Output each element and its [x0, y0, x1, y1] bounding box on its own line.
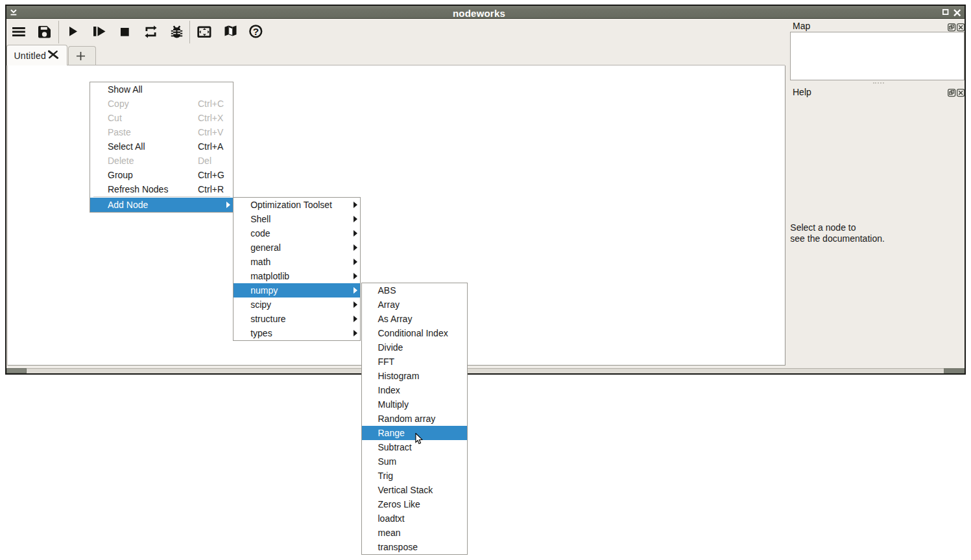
svg-text:?: ? [253, 26, 259, 37]
